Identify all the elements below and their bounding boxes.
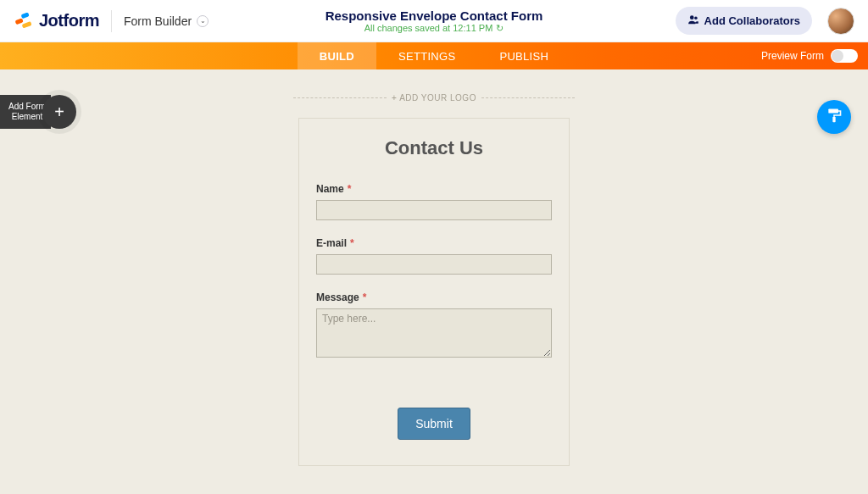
title-block: Responsive Envelope Contact Form All cha… [326, 8, 543, 34]
divider [111, 10, 112, 32]
plus-icon[interactable]: + [42, 95, 76, 129]
submit-button[interactable]: Submit [398, 408, 470, 440]
user-avatar[interactable] [827, 8, 854, 35]
name-label: Name* [316, 183, 552, 195]
svg-rect-5 [828, 109, 838, 114]
field-email[interactable]: E-mail* [316, 237, 552, 275]
svg-point-3 [690, 15, 694, 19]
preview-toggle[interactable] [831, 49, 858, 63]
form-designer-button[interactable] [817, 100, 851, 134]
top-header: Jotform Form Builder ⌄ Responsive Envelo… [0, 0, 868, 42]
canvas: Add Form Element + + ADD YOUR LOGO Conta… [0, 69, 868, 494]
builder-mode-dropdown[interactable]: Form Builder ⌄ [124, 14, 209, 28]
builder-mode-label: Form Builder [124, 14, 192, 28]
save-status: All changes saved at 12:11 PM ↻ [326, 23, 543, 34]
required-indicator: * [350, 237, 354, 249]
svg-rect-1 [21, 12, 30, 19]
nav-bar: BUILD SETTINGS PUBLISH Preview Form [0, 42, 868, 69]
svg-rect-2 [22, 21, 32, 28]
svg-rect-0 [15, 18, 24, 25]
paint-roller-icon [826, 107, 843, 127]
tab-build[interactable]: BUILD [298, 42, 376, 69]
field-name[interactable]: Name* [316, 183, 552, 220]
form-heading[interactable]: Contact Us [316, 137, 552, 159]
people-icon [687, 14, 699, 28]
form-card[interactable]: Contact Us Name* E-mail* Message* Submit [298, 118, 570, 466]
field-message[interactable]: Message* [316, 291, 552, 361]
refresh-icon: ↻ [496, 23, 504, 34]
required-indicator: * [363, 291, 367, 303]
add-form-element[interactable]: Add Form Element + [0, 95, 76, 129]
tab-publish[interactable]: PUBLISH [477, 42, 570, 69]
brand-logo[interactable]: Jotform [14, 11, 99, 31]
preview-form-label: Preview Form [761, 50, 824, 62]
brand-name: Jotform [39, 11, 99, 31]
svg-point-4 [694, 17, 698, 20]
page-title[interactable]: Responsive Envelope Contact Form [326, 8, 543, 23]
add-your-logo[interactable]: + ADD YOUR LOGO [0, 93, 868, 103]
jotform-logo-icon [14, 11, 34, 31]
message-textarea[interactable] [316, 308, 552, 358]
email-label: E-mail* [316, 237, 552, 249]
add-logo-label: + ADD YOUR LOGO [392, 93, 476, 103]
name-input[interactable] [316, 200, 552, 220]
toggle-knob [832, 50, 843, 62]
tab-settings[interactable]: SETTINGS [376, 42, 477, 69]
chevron-down-icon: ⌄ [197, 15, 209, 27]
svg-rect-6 [832, 117, 835, 123]
add-collaborators-button[interactable]: Add Collaborators [676, 7, 812, 35]
email-input[interactable] [316, 254, 552, 275]
required-indicator: * [348, 183, 352, 195]
message-label: Message* [316, 291, 552, 303]
